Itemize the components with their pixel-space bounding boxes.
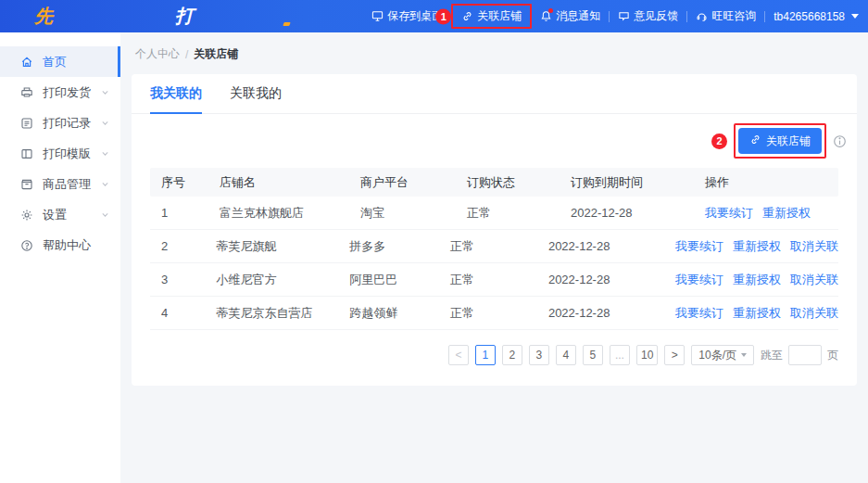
page-ellipsis[interactable]: ... xyxy=(610,345,630,365)
unlink-link[interactable]: 取消关联 xyxy=(790,238,838,255)
chevron-down-icon xyxy=(101,210,109,219)
reauthorize-link[interactable]: 重新授权 xyxy=(733,305,781,322)
bell-icon xyxy=(540,10,552,22)
tab-my-linked[interactable]: 我关联的 xyxy=(150,85,202,114)
breadcrumb-current: 关联店铺 xyxy=(194,46,238,62)
sidebar-item-print-templates[interactable]: 打印模版 xyxy=(0,138,120,169)
page-button-1[interactable]: 1 xyxy=(475,345,496,365)
tab-bar: 我关联的 关联我的 xyxy=(132,74,857,114)
feedback-button[interactable]: 意见反馈 xyxy=(618,8,678,24)
sidebar-item-label: 打印记录 xyxy=(43,115,101,132)
cell-platform: 跨越领鲜 xyxy=(349,305,450,322)
jump-label: 跳至 xyxy=(761,348,783,363)
sidebar-item-print-ship[interactable]: 打印发货 xyxy=(0,77,120,108)
username-label: tb4265668158 xyxy=(774,10,845,23)
home-icon xyxy=(20,56,33,69)
cell-index: 2 xyxy=(150,239,217,253)
cell-platform: 阿里巴巴 xyxy=(349,272,450,288)
breadcrumb-parent[interactable]: 个人中心 xyxy=(135,46,180,62)
gear-icon xyxy=(20,209,33,222)
notifications-label: 消息通知 xyxy=(556,8,600,24)
tab-linked-me[interactable]: 关联我的 xyxy=(230,85,282,114)
reauthorize-link[interactable]: 重新授权 xyxy=(762,205,811,222)
info-icon[interactable] xyxy=(833,134,847,148)
caret-down-icon xyxy=(851,14,859,19)
cell-status: 正常 xyxy=(467,205,571,222)
linked-stores-card: 我关联的 关联我的 2 关联店铺 序号 店铺名 商户平台 xyxy=(132,74,857,386)
breadcrumb: 个人中心 / 关联店铺 xyxy=(120,32,868,62)
page-button-3[interactable]: 3 xyxy=(529,345,549,365)
save-to-desktop-button[interactable]: 保存到桌面 1 xyxy=(371,8,443,24)
cell-index: 4 xyxy=(150,306,217,320)
cell-index: 1 xyxy=(150,206,220,220)
navbar-divider xyxy=(686,11,687,22)
sidebar-item-settings[interactable]: 设置 xyxy=(0,199,120,230)
logo-text-primary: 先 xyxy=(34,4,175,29)
page-button-2[interactable]: 2 xyxy=(502,345,522,365)
renew-link[interactable]: 我要续订 xyxy=(675,272,723,288)
annotation-step-2-badge: 2 xyxy=(711,133,727,149)
cell-actions: 我要续订 重新授权 取消关联 xyxy=(675,305,838,322)
pagination: < 1 2 3 4 5 ... 10 > 10条/页 跳至 页 xyxy=(132,330,857,365)
sidebar-item-print-records[interactable]: 打印记录 xyxy=(0,108,120,138)
annotation-highlight-box: 关联店铺 xyxy=(734,123,826,159)
breadcrumb-separator: / xyxy=(185,48,188,61)
prev-page-button[interactable]: < xyxy=(448,345,469,365)
cell-expire-date: 2022-12-28 xyxy=(571,206,705,220)
logo-tick-mark xyxy=(283,22,290,26)
main-content: 个人中心 / 关联店铺 我关联的 关联我的 2 关联店铺 xyxy=(120,32,868,483)
comment-icon xyxy=(618,10,630,22)
renew-link[interactable]: 我要续订 xyxy=(705,205,753,222)
card-toolbar: 2 关联店铺 xyxy=(132,114,857,164)
cell-status: 正常 xyxy=(450,272,548,288)
sidebar-item-label: 首页 xyxy=(43,54,109,70)
link-store-button-label: 关联店铺 xyxy=(766,133,811,149)
sidebar-item-label: 设置 xyxy=(43,207,101,223)
table-row: 2 蒂芙尼旗舰 拼多多 正常 2022-12-28 我要续订 重新授权 取消关联 xyxy=(150,230,838,263)
col-header-subscription-status: 订购状态 xyxy=(467,174,571,191)
page-button-4[interactable]: 4 xyxy=(556,345,576,365)
navbar-divider xyxy=(764,11,765,22)
cell-platform: 拼多多 xyxy=(349,238,450,255)
link-store-button[interactable]: 关联店铺 xyxy=(738,128,822,154)
help-circle-icon xyxy=(20,239,33,252)
page-button-5[interactable]: 5 xyxy=(583,345,603,365)
jump-page-input[interactable] xyxy=(788,345,822,365)
notification-dot xyxy=(548,8,553,13)
unlink-link[interactable]: 取消关联 xyxy=(790,272,838,288)
reauthorize-link[interactable]: 重新授权 xyxy=(733,238,781,255)
user-menu[interactable]: tb4265668158 xyxy=(774,10,859,23)
navbar-link-store-button[interactable]: 关联店铺 xyxy=(451,4,532,29)
sidebar-item-help-center[interactable]: 帮助中心 xyxy=(0,230,120,261)
renew-link[interactable]: 我要续订 xyxy=(675,238,723,255)
printer-icon xyxy=(20,86,33,99)
sidebar-item-home[interactable]: 首页 xyxy=(0,46,120,77)
page-size-select[interactable]: 10条/页 xyxy=(691,345,754,365)
link-icon xyxy=(461,10,473,22)
reauthorize-link[interactable]: 重新授权 xyxy=(733,272,781,288)
cell-expire-date: 2022-12-28 xyxy=(548,239,675,253)
wangwang-consult-button[interactable]: 旺旺咨询 xyxy=(696,8,756,24)
notifications-button[interactable]: 消息通知 xyxy=(540,8,600,24)
wangwang-label: 旺旺咨询 xyxy=(711,8,756,24)
cell-store-name: 蒂芙尼京东自营店 xyxy=(217,305,350,322)
cell-actions: 我要续订 重新授权 xyxy=(705,205,838,222)
renew-link[interactable]: 我要续订 xyxy=(675,305,723,322)
cell-store-name: 蒂芙尼旗舰 xyxy=(217,238,350,255)
cell-index: 3 xyxy=(150,273,217,286)
col-header-store-name: 店铺名 xyxy=(220,174,360,191)
next-page-button[interactable]: > xyxy=(664,345,685,365)
page-button-10[interactable]: 10 xyxy=(636,345,658,365)
save-to-desktop-label: 保存到桌面 xyxy=(387,8,443,24)
table-row: 4 蒂芙尼京东自营店 跨越领鲜 正常 2022-12-28 我要续订 重新授权 … xyxy=(150,297,838,330)
navbar-divider xyxy=(609,11,610,22)
sidebar-item-product-management[interactable]: 商品管理 xyxy=(0,169,120,199)
cell-actions: 我要续订 重新授权 取消关联 xyxy=(675,238,838,255)
feedback-label: 意见反馈 xyxy=(634,8,678,24)
table-row: 1 富兰克林旗舰店 淘宝 正常 2022-12-28 我要续订 重新授权 xyxy=(150,197,838,230)
col-header-platform: 商户平台 xyxy=(360,174,467,191)
cell-platform: 淘宝 xyxy=(360,205,467,222)
sidebar-item-label: 打印发货 xyxy=(43,84,101,101)
page-size-value: 10条/页 xyxy=(698,348,736,363)
unlink-link[interactable]: 取消关联 xyxy=(790,305,838,322)
